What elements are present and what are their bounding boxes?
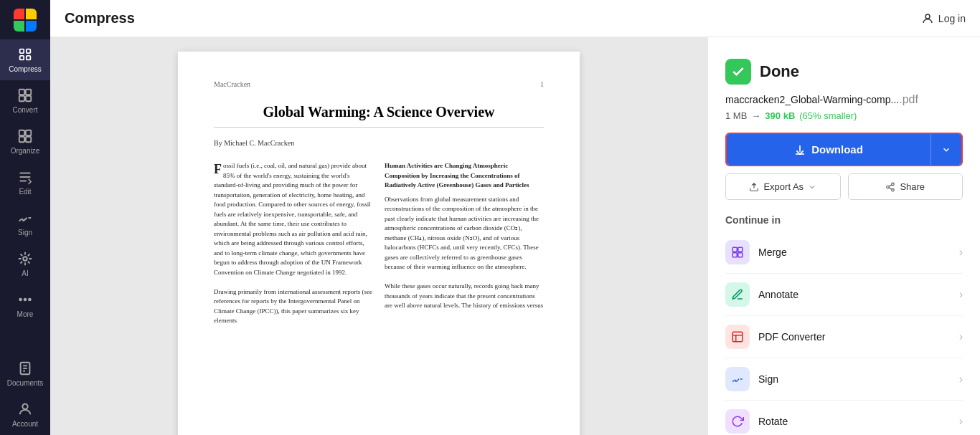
pdf-page: MacCracken 1 Global Warming: A Science O…	[178, 52, 580, 435]
done-label: Done	[760, 62, 799, 81]
svg-point-28	[892, 188, 895, 191]
share-icon	[885, 182, 895, 192]
file-info: maccracken2_Global-Warming-comp....pdf	[725, 93, 963, 106]
login-button[interactable]: Log in	[921, 12, 966, 25]
sidebar-item-edit[interactable]: Edit	[0, 162, 50, 203]
rotate-label: Rotate	[758, 416, 788, 427]
annotate-label: Annotate	[758, 289, 798, 300]
export-icon	[749, 182, 759, 192]
sidebar-item-documents[interactable]: Documents	[0, 353, 50, 394]
svg-rect-31	[732, 247, 737, 252]
continue-item-pdf-converter[interactable]: PDF Converter ›	[725, 316, 963, 358]
chevron-down-icon	[941, 145, 951, 155]
svg-rect-0	[20, 49, 24, 54]
svg-rect-32	[738, 247, 743, 252]
size-compressed: 390 kB	[765, 110, 795, 121]
user-icon	[921, 12, 934, 25]
converter-label: PDF Converter	[758, 331, 825, 343]
svg-line-30	[889, 184, 892, 186]
page-title: Compress	[65, 10, 135, 27]
annotate-chevron-icon: ›	[959, 288, 963, 301]
sign-chevron-icon: ›	[959, 373, 963, 386]
header: Compress Log in	[50, 0, 980, 37]
svg-point-25	[925, 14, 930, 19]
sidebar-item-more[interactable]: More	[0, 285, 50, 325]
svg-rect-9	[26, 130, 31, 135]
download-dropdown-button[interactable]	[930, 134, 961, 165]
size-original: 1 MB	[725, 110, 747, 121]
sign-icon	[725, 367, 750, 391]
pdf-page-header: MacCracken 1	[214, 80, 544, 88]
size-savings: (65% smaller)	[799, 110, 857, 121]
sidebar-item-account[interactable]: Account	[0, 394, 50, 435]
svg-rect-11	[26, 137, 31, 142]
merge-chevron-icon: ›	[959, 246, 963, 259]
converter-chevron-icon: ›	[959, 330, 963, 343]
svg-rect-10	[19, 137, 24, 142]
svg-point-16	[23, 257, 27, 261]
svg-rect-4	[19, 90, 24, 95]
continue-item-merge[interactable]: Merge ›	[725, 231, 963, 274]
merge-label: Merge	[758, 247, 787, 258]
pdf-author: By Michael C. MacCracken	[214, 139, 544, 147]
pdf-preview-area: MacCracken 1 Global Warming: A Science O…	[50, 37, 707, 435]
pdf-title: Global Warming: A Science Overview	[214, 102, 544, 121]
pdf-divider	[214, 127, 544, 128]
svg-rect-8	[19, 130, 24, 135]
sign-label: Sign	[758, 373, 778, 385]
svg-rect-2	[20, 56, 24, 60]
continue-item-rotate[interactable]: Rotate ›	[725, 401, 963, 435]
export-as-button[interactable]: Export As	[725, 173, 841, 200]
continue-in-title: Continue in	[725, 214, 963, 226]
pdf-columns: F ossil fuels (i.e., coal, oil, and natu…	[214, 161, 544, 326]
size-arrow: →	[751, 110, 760, 121]
download-button[interactable]: Download	[727, 134, 930, 165]
merge-icon	[725, 240, 750, 264]
file-size-row: 1 MB → 390 kB (65% smaller)	[725, 110, 963, 121]
svg-point-17	[19, 299, 22, 301]
svg-rect-33	[732, 253, 737, 257]
sidebar-item-ai[interactable]: AI	[0, 244, 50, 285]
sidebar: Compress Convert Organize Edit	[0, 0, 50, 435]
svg-rect-34	[738, 253, 743, 257]
svg-point-26	[892, 183, 895, 185]
download-row: Download	[725, 133, 963, 166]
annotate-icon	[725, 282, 750, 307]
sidebar-item-compress[interactable]: Compress	[0, 39, 50, 80]
main-area: Compress Log in MacCracken 1 Global Warm…	[50, 0, 980, 435]
svg-rect-35	[732, 332, 743, 342]
svg-point-27	[887, 186, 890, 188]
svg-rect-6	[19, 96, 24, 101]
action-row: Export As Share	[725, 173, 963, 200]
pdf-column-left: F ossil fuels (i.e., coal, oil, and natu…	[214, 161, 373, 326]
done-icon	[725, 59, 751, 85]
content-area: MacCracken 1 Global Warming: A Science O…	[50, 37, 980, 435]
rotate-chevron-icon: ›	[959, 415, 963, 428]
continue-item-sign[interactable]: Sign ›	[725, 358, 963, 401]
file-name: maccracken2_Global-Warming-comp...	[725, 94, 899, 105]
file-ext: .pdf	[899, 93, 918, 105]
svg-point-19	[29, 299, 31, 301]
sidebar-item-organize[interactable]: Organize	[0, 121, 50, 162]
continue-item-annotate[interactable]: Annotate ›	[725, 274, 963, 316]
download-icon	[794, 144, 806, 156]
done-section: Done	[725, 59, 963, 85]
pdf-column-right: Human Activities are Changing Atmospheri…	[385, 161, 544, 326]
svg-point-24	[22, 404, 27, 409]
checkmark-icon	[731, 64, 745, 79]
svg-point-18	[24, 299, 27, 301]
rotate-icon	[725, 409, 750, 434]
sidebar-item-convert[interactable]: Convert	[0, 80, 50, 121]
svg-rect-1	[27, 49, 31, 54]
svg-rect-3	[27, 56, 31, 60]
right-panel: Done maccracken2_Global-Warming-comp....…	[707, 37, 980, 435]
svg-line-29	[889, 187, 892, 188]
svg-rect-5	[26, 90, 31, 95]
app-logo	[0, 0, 50, 39]
converter-icon	[725, 325, 750, 349]
svg-rect-7	[26, 96, 31, 101]
share-button[interactable]: Share	[848, 173, 963, 200]
export-chevron-icon	[808, 183, 816, 191]
sidebar-item-sign[interactable]: Sign	[0, 203, 50, 244]
